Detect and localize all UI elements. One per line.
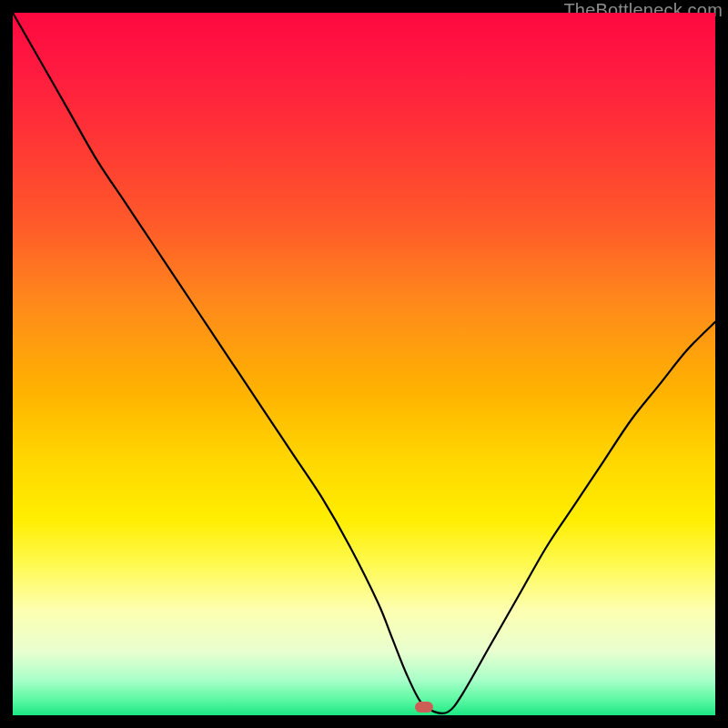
bottleneck-curve: [13, 13, 715, 713]
plot-area: [13, 13, 715, 715]
chart-container: TheBottleneck.com: [0, 0, 728, 728]
optimum-marker: [415, 702, 433, 713]
curve-svg: [13, 13, 715, 715]
